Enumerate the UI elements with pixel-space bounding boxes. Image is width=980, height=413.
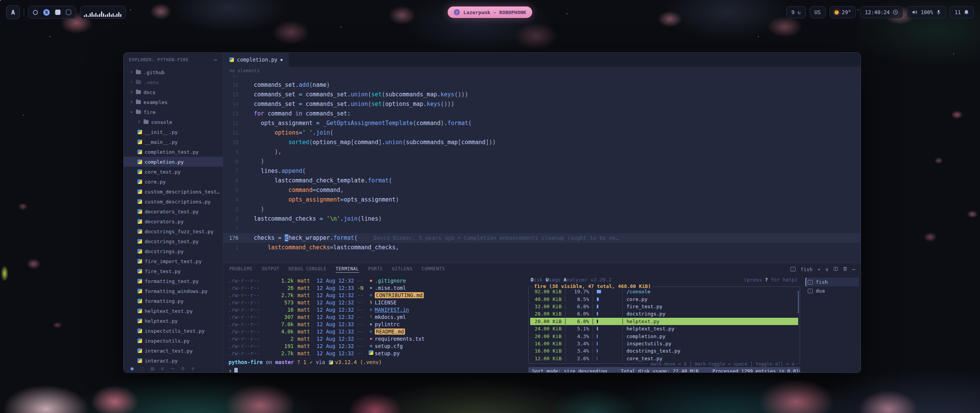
tree-item-completion_test.py[interactable]: completion_test.py — [124, 147, 223, 157]
dua-row-corepy[interactable]: 40.00 KiB│8.5%││core.py — [530, 295, 798, 302]
tree-item-custom_descriptions_test[interactable]: custom_descriptions_test… — [124, 187, 223, 197]
tree-item-console[interactable]: ›console — [124, 117, 223, 127]
tree-item-fire_import_test.py[interactable]: fire_import_test.py — [124, 256, 223, 266]
panel-tab-debug-console[interactable]: DEBUG CONSOLE — [289, 266, 327, 273]
dua-row-helptext_testpy[interactable]: 24.00 KiB│5.1%││helptext_test.py — [530, 325, 798, 332]
code-line[interactable]: 1 lastcommand_checks=lastcommand_checks, — [223, 243, 861, 252]
terminal-dropdown-chevron-icon[interactable]: ∨ — [825, 267, 828, 272]
dua-row-docstrings_testpy[interactable]: 16.00 KiB│3.4%││docstrings_test.py — [530, 347, 798, 354]
terminal-list-item-dua[interactable]: ›dua — [805, 286, 859, 295]
more-icon[interactable]: ⋯ — [171, 365, 174, 371]
new-terminal-button[interactable]: + — [818, 267, 821, 272]
keyboard-layout-indicator[interactable]: US — [810, 6, 826, 18]
split-terminal-icon[interactable] — [833, 267, 838, 272]
tree-item-docstrings_test.py[interactable]: docstrings_test.py — [124, 236, 223, 246]
tree-item-docstrings_fuzz_test.py[interactable]: docstrings_fuzz_test.py — [124, 226, 223, 236]
code-line[interactable]: 4 opts_assignment=opts_assignment) — [223, 195, 861, 205]
sync-icon[interactable]: ⇄ — [161, 365, 164, 371]
clock-widget[interactable]: 12:40:24 — [860, 6, 903, 18]
code-line[interactable]: 8 ) — [223, 157, 861, 166]
tree-item-interact.py[interactable]: interact.py — [124, 356, 223, 366]
panel-tab-ports[interactable]: PORTS — [368, 266, 383, 273]
tree-item-helptext.py[interactable]: helptext.py — [124, 316, 223, 326]
tree-item-decorators_test.py[interactable]: decorators_test.py — [124, 206, 223, 216]
dua-row-completionpy[interactable]: 20.00 KiB│4.3%││completion.py — [530, 332, 798, 340]
tree-item-interact_test.py[interactable]: interact_test.py — [124, 346, 223, 356]
code-line[interactable]: 15 commands_set = commands_set.union(set… — [223, 90, 861, 99]
dua-row-inspectutilspy[interactable]: 16.00 KiB│3.4%││inspectutils.py — [530, 340, 798, 347]
updates-indicator[interactable]: 9 ↻ — [786, 6, 805, 18]
remote-icon[interactable]: ◉ — [131, 365, 134, 371]
tree-item-fire[interactable]: ›fire — [124, 107, 223, 117]
dua-row-core_testpy[interactable]: 12.00 KiB│2.6%││core_test.py — [530, 355, 798, 362]
panel-tab-terminal[interactable]: TERMINAL — [336, 266, 359, 273]
code-line[interactable]: 176 checks = check_wrapper.format(David … — [223, 233, 861, 243]
code-line[interactable]: 14 commands_set = commands_set.union(set… — [223, 99, 861, 109]
workspace-indicator-1[interactable] — [33, 10, 38, 15]
code-line[interactable]: 12 opts_assignment = _GetOptsAssignmentT… — [223, 119, 861, 128]
modified-dot-icon[interactable]: ● — [281, 58, 283, 62]
code-line[interactable]: 17 """ — [223, 75, 861, 80]
terminal-dua[interactable]: Disk Usage Analyzer v2.29.2 (press ? for… — [525, 275, 803, 372]
search-icon[interactable]: ◌ — [140, 365, 144, 371]
gear-icon[interactable]: ⚙ — [181, 365, 184, 371]
launcher-button[interactable]: A — [6, 5, 20, 19]
code-line[interactable]: 6 lastcommand_check_template.format( — [223, 176, 861, 185]
tree-item-formatting.py[interactable]: formatting.py — [124, 296, 223, 306]
notifications-indicator[interactable]: 11 — [950, 6, 974, 18]
now-playing-widget[interactable]: ♪ Lazerpunk - ROBOPHONK — [448, 7, 532, 18]
tree-item-__main__.py[interactable]: __main__.py — [124, 137, 223, 147]
workspace-indicator-3[interactable] — [55, 10, 60, 15]
more-actions-icon[interactable]: ⋯ — [214, 57, 217, 63]
system-graph-widget[interactable] — [80, 6, 126, 19]
tree-item-inspectutils_test.py[interactable]: inspectutils_test.py — [124, 326, 223, 336]
code-line[interactable]: 1 — [223, 224, 861, 233]
tree-item-fire_test.py[interactable]: fire_test.py — [124, 266, 223, 276]
code-line[interactable]: 9 ), — [223, 147, 861, 157]
workspace-indicator-2[interactable]: N — [43, 9, 50, 16]
tree-item-core.py[interactable]: core.py — [124, 177, 223, 187]
dua-scrollbar[interactable] — [798, 291, 799, 314]
tree-item-.venv[interactable]: ›.venv — [124, 77, 223, 87]
workspace-indicator-4[interactable] — [66, 10, 71, 15]
dua-row-docstringspy[interactable]: 28.00 KiB│6.0%││docstrings.py — [530, 310, 798, 317]
code-line[interactable]: 2 lastcommand_checks = '\n'.join(lines) — [223, 214, 861, 224]
tree-item-core_test.py[interactable]: core_test.py — [124, 167, 223, 177]
code-line[interactable]: 16 commands_set.add(name) — [223, 80, 861, 90]
weather-widget[interactable]: 29° — [830, 6, 856, 18]
tree-item-inspectutils.py[interactable]: inspectutils.py — [124, 336, 223, 346]
tab-completion-py[interactable]: completion.py ● — [223, 53, 289, 67]
code-line[interactable]: 11 options=' '.join( — [223, 128, 861, 138]
tree-item-docs[interactable]: ›docs — [124, 87, 223, 97]
code-line[interactable]: 13 for command in commands_set: — [223, 109, 861, 119]
chevron-down-icon[interactable]: ∨ — [191, 365, 194, 371]
kill-terminal-icon[interactable] — [843, 267, 847, 272]
tree-item-completion.py[interactable]: completion.py — [124, 157, 223, 167]
tree-item-docstrings.py[interactable]: docstrings.py — [124, 246, 223, 256]
tree-item-__init__.py[interactable]: __init__.py — [124, 127, 223, 137]
dua-row-helptextpy[interactable]: 28.00 KiB│6.0%││helptext.py — [530, 318, 798, 325]
code-editor[interactable]: 17 """16 commands_set.add(name)15 comman… — [223, 75, 861, 263]
code-line[interactable]: 5 command=command, — [223, 185, 861, 195]
panel-tab-comments[interactable]: COMMENTS — [421, 266, 445, 273]
code-line[interactable]: 10 sorted(options_map[command].union(sub… — [223, 138, 861, 147]
layout-icon[interactable]: ▤ — [151, 365, 154, 371]
terminal-list-item-fish[interactable]: ›fish — [805, 278, 859, 286]
panel-more-icon[interactable]: ⋯ — [852, 267, 855, 272]
code-line[interactable]: 3 ) — [223, 205, 861, 214]
tree-item-custom_descriptions.py[interactable]: custom_descriptions.py — [124, 197, 223, 206]
dua-row-fire_testpy[interactable]: 32.00 KiB│6.8%││fire_test.py — [530, 303, 798, 310]
panel-tab-gitlens[interactable]: GITLENS — [392, 266, 412, 273]
audio-widget[interactable]: 100% — [907, 6, 946, 18]
tree-item-formatting_test.py[interactable]: formatting_test.py — [124, 276, 223, 286]
code-line[interactable]: 7 lines.append( — [223, 166, 861, 176]
tree-item-formatting_windows.py[interactable]: formatting_windows.py — [124, 286, 223, 296]
breadcrumb[interactable]: no elements — [223, 67, 861, 75]
tree-item-helptext_test.py[interactable]: helptext_test.py — [124, 306, 223, 316]
panel-tab-problems[interactable]: PROBLEMS — [229, 266, 253, 273]
shell-input-line[interactable]: › — [229, 367, 525, 373]
terminal-fish[interactable]: .rw-r--r--1.2kmatt12 Aug 12:32--◆.gitign… — [223, 275, 525, 372]
panel-tab-output[interactable]: OUTPUT — [262, 266, 279, 273]
tree-item-examples[interactable]: ›examples — [124, 97, 223, 107]
tree-item-.github[interactable]: ›.github — [124, 67, 223, 77]
